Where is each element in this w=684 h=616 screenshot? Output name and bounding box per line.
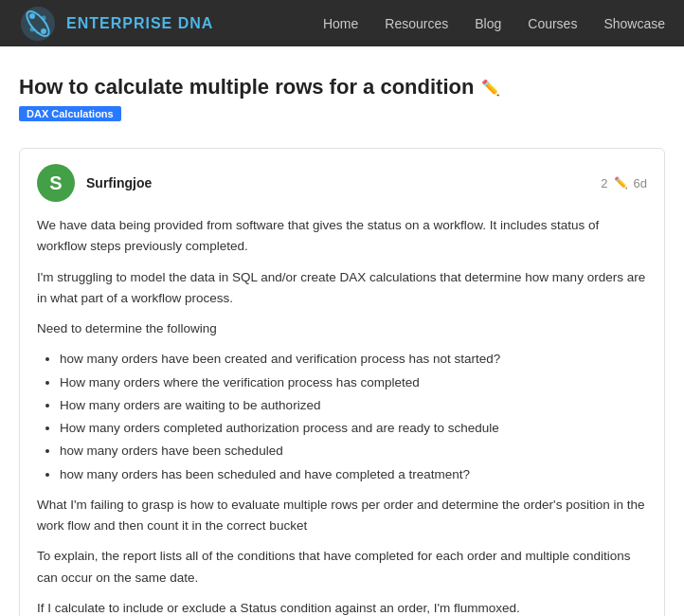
svg-point-4	[42, 15, 46, 20]
avatar: S	[37, 164, 75, 202]
list-item: how many orders has been scheduled and h…	[60, 464, 647, 485]
svg-point-0	[21, 7, 55, 41]
paragraph-1: We have data being provided from softwar…	[37, 215, 647, 258]
nav-blog[interactable]: Blog	[475, 16, 501, 31]
post-header: S Surfingjoe 2 ✏️ 6d	[37, 164, 647, 202]
paragraph-4: What I'm failing to grasp is how to eval…	[37, 495, 647, 537]
main-content: How to calculate multiple rows for a con…	[0, 46, 684, 616]
logo: ENTERPRISE DNA	[19, 5, 213, 43]
logo-text: ENTERPRISE DNA	[66, 15, 213, 32]
likes-count: 2	[601, 176, 607, 190]
post-card: S Surfingjoe 2 ✏️ 6d We have data being …	[19, 148, 665, 616]
pencil-icon: ✏️	[614, 176, 628, 190]
logo-icon	[19, 5, 57, 43]
author-name[interactable]: Surfingjoe	[86, 175, 601, 190]
paragraph-5: To explain, the report lists all of the …	[37, 546, 647, 589]
nav-showcase[interactable]: Showcase	[603, 16, 665, 31]
post-stats: 2 ✏️ 6d	[601, 176, 647, 190]
header: ENTERPRISE DNA Home Resources Blog Cours…	[0, 0, 684, 46]
list-item: how many orders have been created and ve…	[60, 349, 647, 370]
tag-badge[interactable]: DAX Calculations	[19, 105, 665, 138]
paragraph-6: If I calculate to include or exclude a S…	[37, 598, 647, 616]
edit-title-icon[interactable]: ✏️	[481, 79, 500, 97]
svg-point-3	[41, 28, 46, 34]
svg-point-2	[29, 13, 35, 19]
post-body: We have data being provided from softwar…	[37, 215, 647, 616]
paragraph-2: I'm struggling to model the data in SQL …	[37, 267, 647, 310]
nav-resources[interactable]: Resources	[385, 16, 448, 31]
nav-home[interactable]: Home	[323, 16, 358, 31]
list-item: how many orders have been scheduled	[60, 441, 647, 462]
main-nav: Home Resources Blog Courses Showcase	[323, 16, 665, 31]
page-title: How to calculate multiple rows for a con…	[19, 75, 665, 100]
list-item: How many orders completed authorization …	[60, 418, 647, 439]
list-item: How many orders are waiting to be author…	[60, 395, 647, 416]
bullet-list: how many orders have been created and ve…	[60, 349, 647, 485]
list-item: How many orders where the verification p…	[60, 372, 647, 393]
nav-courses[interactable]: Courses	[528, 16, 577, 31]
post-meta: Surfingjoe	[86, 175, 601, 190]
post-age: 6d	[634, 176, 647, 190]
svg-point-5	[30, 27, 35, 31]
paragraph-3: Need to determine the following	[37, 318, 647, 339]
